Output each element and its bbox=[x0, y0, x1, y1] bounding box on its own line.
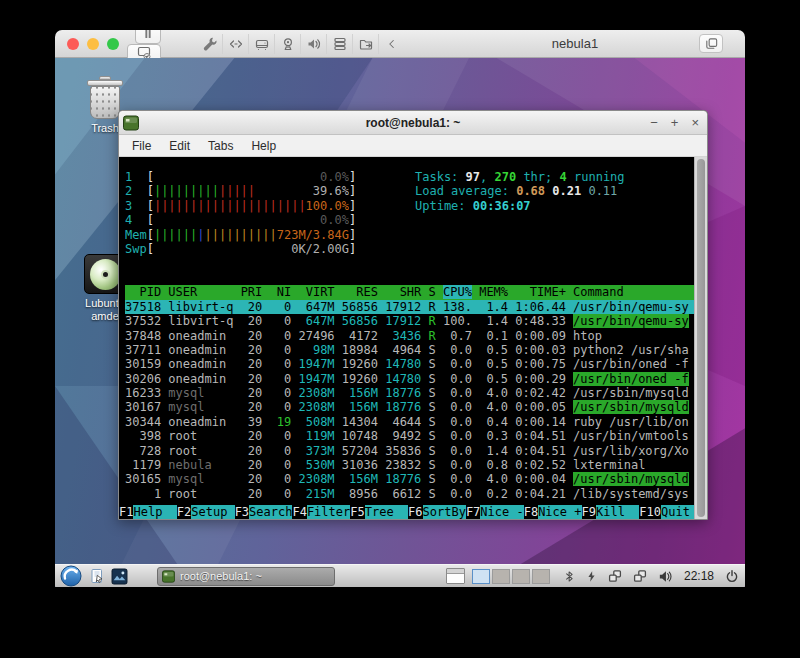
column-header-res[interactable]: RES bbox=[342, 285, 378, 299]
menu-help[interactable]: Help bbox=[242, 139, 285, 153]
vm-window-title: nebula1 bbox=[465, 36, 685, 51]
bluetooth-icon[interactable] bbox=[563, 569, 576, 584]
vm-device-toolbar bbox=[197, 34, 405, 54]
process-row-30167[interactable]: 30167 mysql 20 0 2308M 156M 18776 S 0.0 … bbox=[125, 400, 694, 414]
workspace-4[interactable] bbox=[532, 569, 550, 584]
fkey-f10-quit[interactable]: F10Quit bbox=[639, 505, 694, 519]
meter-4: 4[0.0%] bbox=[125, 213, 694, 227]
volume-icon[interactable] bbox=[657, 569, 673, 584]
mac-titlebar[interactable]: nebula1 bbox=[55, 30, 745, 58]
minimize-traffic-light[interactable] bbox=[87, 38, 99, 50]
column-header-mem[interactable]: MEM% bbox=[479, 285, 508, 299]
column-header-time[interactable]: TIME+ bbox=[515, 285, 566, 299]
fkey-f5-tree[interactable]: F5Tree bbox=[350, 505, 408, 519]
vm-desktop: Trash Lubuntu amde root@nebula1: ~ −+× F… bbox=[55, 58, 745, 587]
fkey-f2-setup[interactable]: F2Setup bbox=[177, 505, 235, 519]
minimize-button[interactable]: − bbox=[650, 116, 658, 129]
memory-toolbar-button[interactable] bbox=[327, 34, 353, 54]
taskbar-clock[interactable]: 22:18 bbox=[684, 569, 714, 583]
column-header-virt[interactable]: VIRT bbox=[298, 285, 334, 299]
terminal-titlebar[interactable]: root@nebula1: ~ −+× bbox=[119, 111, 707, 135]
fkey-f7-nice[interactable]: F7Nice - bbox=[466, 505, 524, 519]
code-toolbar-button[interactable] bbox=[223, 34, 249, 54]
maximize-button[interactable]: + bbox=[671, 116, 679, 129]
chevron-left-icon bbox=[385, 37, 399, 51]
shared-folder-icon bbox=[358, 36, 374, 52]
wrench-icon bbox=[202, 36, 217, 51]
sound-toolbar-button[interactable] bbox=[301, 34, 327, 54]
fkey-f3-search[interactable]: F3Search bbox=[235, 505, 293, 519]
taskbar-task-button[interactable]: root@nebula1: ~ bbox=[157, 567, 335, 586]
process-row-37711[interactable]: 37711 oneadmin 20 0 98M 18984 4964 S 0.0… bbox=[125, 343, 694, 357]
chevron-left-toolbar-button[interactable] bbox=[379, 34, 405, 54]
camera-toolbar-button[interactable] bbox=[275, 34, 301, 54]
terminal-title: root@nebula1: ~ bbox=[119, 116, 707, 130]
sound-icon bbox=[306, 36, 322, 52]
pause-button[interactable] bbox=[135, 30, 161, 44]
column-header-ni[interactable]: NI bbox=[270, 285, 292, 299]
menu-file[interactable]: File bbox=[123, 139, 160, 153]
menu-tabs[interactable]: Tabs bbox=[199, 139, 242, 153]
column-header-pri[interactable]: PRI bbox=[241, 285, 263, 299]
terminal-window: root@nebula1: ~ −+× FileEditTabsHelp 1[0… bbox=[118, 110, 708, 520]
zoom-traffic-light[interactable] bbox=[107, 38, 119, 50]
hard-disk-toolbar-button[interactable] bbox=[249, 34, 275, 54]
process-row-16233[interactable]: 16233 mysql 20 0 2308M 156M 18776 S 0.0 … bbox=[125, 386, 694, 400]
htop-process-table: PID USER PRI NI VIRT RES SHR S CPU% MEM%… bbox=[125, 285, 694, 501]
wrench-toolbar-button[interactable] bbox=[197, 34, 223, 54]
pause-icon bbox=[141, 30, 155, 41]
process-row-30165[interactable]: 30165 mysql 20 0 2308M 156M 18776 S 0.0 … bbox=[125, 472, 694, 486]
process-row-728[interactable]: 728 root 20 0 373M 57204 35836 S 0.0 1.4… bbox=[125, 444, 694, 458]
shared-folder-toolbar-button[interactable] bbox=[353, 34, 379, 54]
column-header-s[interactable]: S bbox=[429, 285, 436, 299]
process-table-header[interactable]: PID USER PRI NI VIRT RES SHR S CPU% MEM%… bbox=[125, 285, 694, 299]
close-button[interactable]: × bbox=[691, 116, 699, 129]
lightning-icon[interactable] bbox=[585, 569, 598, 584]
fullscreen-icon bbox=[704, 36, 719, 51]
terminal-menubar: FileEditTabsHelp bbox=[119, 135, 707, 157]
terminal-window-controls: −+× bbox=[650, 111, 699, 134]
app-shortcut-button[interactable] bbox=[109, 566, 129, 586]
column-header-shr[interactable]: SHR bbox=[385, 285, 421, 299]
process-row-398[interactable]: 398 root 20 0 119M 10748 9492 S 0.0 0.3 … bbox=[125, 429, 694, 443]
start-menu-button[interactable] bbox=[59, 566, 83, 587]
system-tray bbox=[563, 568, 673, 584]
show-desktop-button[interactable] bbox=[446, 568, 465, 584]
process-row-30159[interactable]: 30159 oneadmin 20 0 1947M 19260 14780 S … bbox=[125, 357, 694, 371]
window-group-icon[interactable] bbox=[632, 568, 648, 584]
hard-disk-icon bbox=[254, 36, 270, 52]
file-manager-button[interactable] bbox=[87, 566, 107, 586]
close-traffic-light[interactable] bbox=[67, 38, 79, 50]
fkey-f4-filter[interactable]: F4Filter bbox=[292, 505, 350, 519]
terminal-content[interactable]: 1[0.0%]2[||||||||||||||39.6%]3[|||||||||… bbox=[119, 157, 694, 519]
process-row-30206[interactable]: 30206 oneadmin 20 0 1947M 19260 14780 S … bbox=[125, 372, 694, 386]
meter-swp: Swp[0K/2.00G] bbox=[125, 242, 694, 256]
column-header-pid[interactable]: PID bbox=[125, 285, 161, 299]
process-row-37532[interactable]: 37532 libvirt-q 20 0 647M 56856 17912 R … bbox=[125, 314, 694, 328]
column-header-command[interactable]: Command bbox=[573, 285, 624, 299]
fkey-f1-help[interactable]: F1Help bbox=[119, 505, 177, 519]
workspace-1[interactable] bbox=[472, 569, 490, 584]
vm-app-window: nebula1 Trash Lubuntu amde bbox=[55, 30, 745, 588]
column-header-cpu[interactable]: CPU% bbox=[443, 285, 472, 299]
process-row-37518[interactable]: 37518 libvirt-q 20 0 647M 56856 17912 R … bbox=[125, 300, 694, 314]
process-row-1179[interactable]: 1179 nebula 20 0 530M 31036 23832 S 0.0 … bbox=[125, 458, 694, 472]
column-header-user[interactable]: USER bbox=[168, 285, 233, 299]
task-button-label: root@nebula1: ~ bbox=[180, 570, 262, 582]
fkey-f9-kill[interactable]: F9Kill bbox=[582, 505, 640, 519]
workspace-2[interactable] bbox=[492, 569, 510, 584]
process-row-37848[interactable]: 37848 oneadmin 20 0 27496 4172 3436 R 0.… bbox=[125, 329, 694, 343]
code-icon bbox=[228, 36, 244, 52]
window-group-icon[interactable] bbox=[607, 568, 623, 584]
process-row-1[interactable]: 1 root 20 0 215M 8956 6612 S 0.0 0.2 0:0… bbox=[125, 487, 694, 501]
workspace-3[interactable] bbox=[512, 569, 530, 584]
terminal-scrollbar[interactable] bbox=[694, 157, 707, 519]
power-button[interactable] bbox=[725, 569, 739, 583]
process-row-30344[interactable]: 30344 oneadmin 39 19 508M 14304 4644 S 0… bbox=[125, 415, 694, 429]
fkey-f8-nice[interactable]: F8Nice + bbox=[524, 505, 582, 519]
scrollbar-thumb[interactable] bbox=[697, 159, 705, 517]
fkey-f6-sortby[interactable]: F6SortBy bbox=[408, 505, 466, 519]
fullscreen-button[interactable] bbox=[699, 34, 723, 53]
window-traffic-lights bbox=[67, 38, 119, 50]
menu-edit[interactable]: Edit bbox=[160, 139, 199, 153]
